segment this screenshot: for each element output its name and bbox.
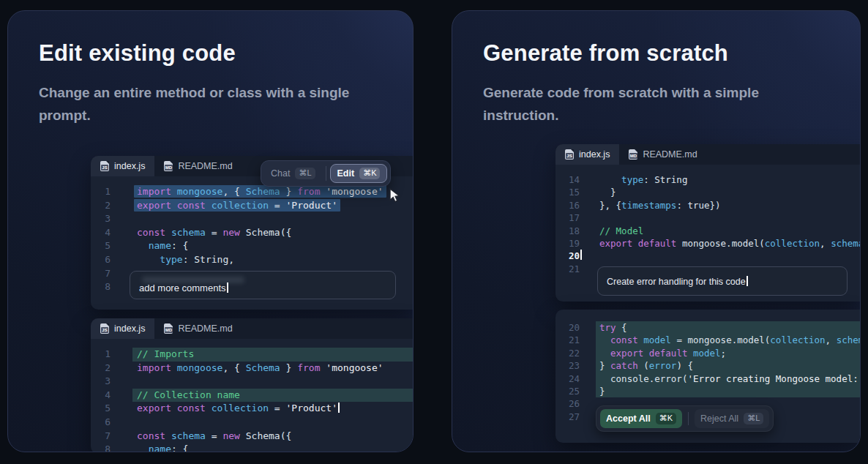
code-line: 2export const collection = 'Product' [91, 199, 414, 213]
code-editor-generated: 20try {21 const model = mongoose.model(c… [555, 310, 860, 443]
edit-button-label: Edit [337, 168, 355, 179]
md-file-icon: MD [164, 161, 173, 171]
code-line: 15 } [555, 186, 860, 198]
tab-index.js[interactable]: JSindex.js [91, 156, 154, 176]
code-line: 20try { [555, 321, 860, 334]
code-line: 16}, {timestamps: true}) [555, 199, 860, 212]
card-subtitle: Change an entire method or class with a … [39, 81, 355, 127]
feature-card-generate-from-scratch: Generate from scratch Generate code from… [452, 10, 861, 452]
tab-label: README.md [178, 323, 232, 334]
code-line: 6 type: String, [91, 253, 414, 267]
toolbar-divider [326, 166, 326, 181]
tab-index.js[interactable]: JSindex.js [555, 144, 619, 165]
line-number: 23 [555, 359, 580, 372]
line-number: 5 [91, 239, 111, 253]
line-number: 17 [555, 212, 580, 224]
line-number: 6 [91, 416, 111, 430]
code-line: 6 [91, 416, 414, 430]
line-number: 20 [555, 250, 580, 262]
code-line: 3 [91, 375, 414, 389]
line-number: 24 [555, 373, 580, 385]
tab-README.md[interactable]: MDREADME.md [154, 318, 242, 339]
line-number: 20 [555, 321, 580, 334]
tab-label: index.js [114, 161, 145, 171]
js-file-icon: JS [565, 149, 574, 160]
line-number: 18 [555, 225, 580, 237]
code-line: 21 const model = mongoose.model(collecti… [555, 334, 860, 346]
accept-shortcut-badge: ⌘K [656, 413, 676, 424]
code-line: 23} catch (error) { [555, 359, 860, 372]
chat-button[interactable]: Chat ⌘L [264, 164, 322, 183]
code-editor-before: JSindex.jsMDREADME.md Chat ⌘L Edit ⌘K 1i… [91, 156, 414, 310]
line-number: 7 [91, 267, 111, 281]
code-line: 14 type: String [555, 173, 860, 186]
code-line: 25} [555, 385, 860, 397]
editor-tabbar: JSindex.jsMDREADME.md [91, 318, 414, 339]
code-editor-after: JSindex.jsMDREADME.md 1// Imports2import… [91, 318, 414, 452]
code-line: 19export default mongoose.model(collecti… [555, 237, 860, 250]
tab-README.md[interactable]: MDREADME.md [154, 156, 242, 176]
code-area[interactable]: 14 type: String15 }16}, {timestamps: tru… [555, 165, 860, 275]
md-file-icon: MD [164, 323, 173, 334]
toolbar-divider [688, 412, 689, 425]
accept-all-button[interactable]: Accept All ⌘K [600, 409, 682, 428]
line-number: 1 [91, 348, 111, 362]
inline-prompt-input[interactable]: Create error handling for this code [597, 266, 848, 296]
text-caret [338, 403, 340, 413]
tab-label: index.js [114, 323, 145, 334]
code-area[interactable]: 1// Imports2import mongoose, { Schema } … [91, 339, 414, 452]
js-file-icon: JS [100, 323, 109, 334]
line-number: 6 [91, 253, 111, 267]
code-line: 5 name: { [91, 239, 414, 253]
code-line: 4// Collection name [91, 389, 414, 403]
inline-prompt-input[interactable]: add more comments [130, 271, 396, 299]
chat-button-label: Chat [271, 168, 290, 179]
line-number: 15 [555, 186, 580, 198]
tab-label: index.js [579, 149, 610, 160]
mouse-cursor-icon [389, 188, 403, 203]
code-line: 8 name: { [91, 443, 414, 452]
editor-tabbar: JSindex.jsMDREADME.md [555, 144, 860, 165]
line-number: 25 [555, 385, 580, 397]
line-number: 8 [91, 443, 111, 452]
code-line: 2import mongoose, { Schema } from 'mongo… [91, 362, 414, 375]
text-caret [747, 276, 748, 286]
tab-label: README.md [178, 161, 232, 171]
reject-all-button[interactable]: Reject All ⌘L [695, 409, 769, 428]
line-number: 5 [91, 402, 111, 416]
line-number: 21 [555, 263, 580, 275]
code-line: 24 console.error('Error creating Mongoos… [555, 373, 860, 385]
line-number: 8 [91, 280, 111, 294]
prompt-text: Create error handling for this code [607, 277, 746, 287]
line-number: 16 [555, 199, 580, 212]
line-number: 3 [91, 375, 111, 389]
code-line: 1import mongoose, { Schema } from 'mongo… [91, 185, 414, 199]
code-line: 1// Imports [91, 348, 414, 362]
line-number: 2 [91, 362, 111, 375]
selection-highlight: export const collection = 'Product' [134, 199, 340, 212]
code-line: 5export const collection = 'Product' [91, 402, 414, 416]
chat-shortcut-badge: ⌘L [295, 168, 315, 179]
accept-reject-toolbar: Accept All ⌘K Reject All ⌘L [596, 405, 774, 432]
code-line: 20 [555, 250, 860, 262]
line-number: 26 [555, 397, 580, 410]
line-number: 1 [91, 185, 111, 199]
edit-button[interactable]: Edit ⌘K [330, 164, 388, 183]
line-number: 22 [555, 347, 580, 359]
line-number: 14 [555, 173, 580, 186]
reject-shortcut-badge: ⌘L [744, 413, 763, 424]
code-line: 3 [91, 212, 414, 226]
edit-shortcut-badge: ⌘K [359, 168, 380, 179]
line-number: 3 [91, 212, 111, 226]
chat-edit-toolbar: Chat ⌘L Edit ⌘K [261, 160, 391, 187]
line-number: 7 [91, 430, 111, 444]
code-line: 7const schema = new Schema({ [91, 430, 414, 444]
line-number: 21 [555, 334, 580, 346]
tab-README.md[interactable]: MDREADME.md [619, 144, 706, 165]
prompt-text: add more comments [139, 282, 226, 293]
code-line: 4const schema = new Schema({ [91, 226, 414, 240]
tab-index.js[interactable]: JSindex.js [91, 318, 154, 339]
line-number: 27 [555, 411, 580, 423]
card-title: Edit existing code [39, 40, 236, 67]
code-line: 18// Model [555, 225, 860, 237]
